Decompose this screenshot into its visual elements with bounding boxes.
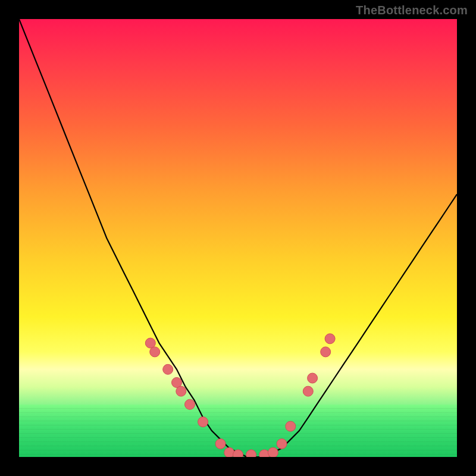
marker-dot — [198, 417, 208, 427]
marker-dot — [321, 347, 331, 357]
marker-dot — [215, 439, 226, 449]
marker-dot — [277, 439, 287, 449]
marker-dot — [233, 450, 243, 457]
marker-dot — [268, 447, 278, 457]
marker-dot — [325, 334, 335, 344]
marker-dot — [176, 386, 186, 396]
marker-dot — [286, 421, 296, 431]
marker-dot — [185, 399, 195, 409]
curve-svg — [19, 19, 457, 457]
series-line — [19, 19, 457, 457]
marker-dot — [303, 386, 313, 396]
marker-dot — [150, 347, 160, 357]
marker-dot — [308, 373, 318, 383]
plot-area — [19, 19, 457, 457]
marker-dot — [163, 364, 173, 374]
chart-frame: TheBottleneck.com — [0, 0, 476, 476]
watermark-text: TheBottleneck.com — [356, 4, 468, 17]
marker-dot — [246, 450, 256, 457]
marker-group — [145, 334, 335, 457]
